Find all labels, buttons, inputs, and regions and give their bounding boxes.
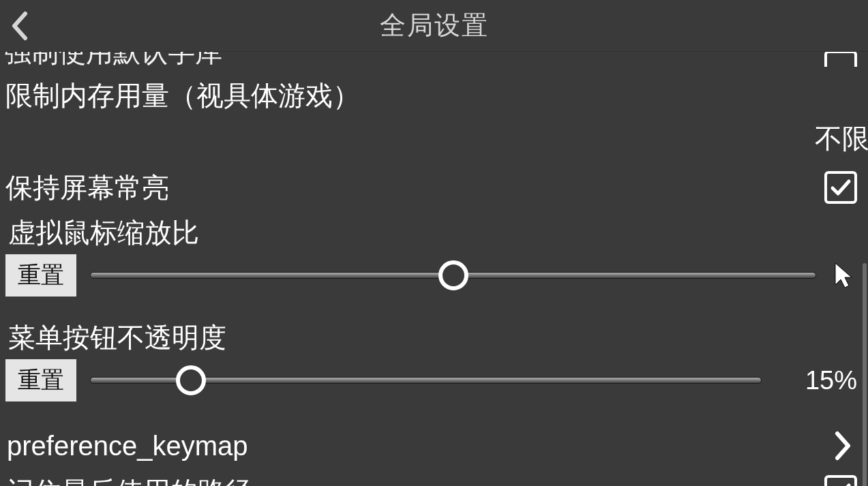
setting-label: 强制使用默认字库	[4, 52, 222, 67]
chevron-right-icon	[835, 431, 852, 461]
reset-button-mouse-scale[interactable]: 重置	[5, 254, 76, 297]
mouse-scale-controls: 重置	[0, 254, 868, 297]
setting-label-mouse-scale: 虚拟鼠标缩放比	[0, 216, 868, 249]
cursor-icon	[833, 262, 854, 289]
check-icon	[829, 176, 852, 199]
keymap-enter-button[interactable]	[830, 429, 857, 463]
setting-label-keep-screen-on: 保持屏幕常亮	[1, 171, 169, 204]
scrollbar-indicator[interactable]	[863, 263, 867, 486]
setting-label-menu-opacity: 菜单按钮不透明度	[0, 321, 868, 354]
slider-menu-opacity[interactable]	[90, 365, 762, 395]
reset-button-menu-opacity[interactable]: 重置	[5, 359, 76, 401]
svg-marker-0	[835, 263, 852, 288]
memory-limit-value: 不限	[815, 120, 868, 157]
slider-thumb[interactable]	[438, 260, 468, 290]
page-title: 全局设置	[380, 8, 489, 43]
cursor-preview-icon	[830, 262, 857, 289]
setting-row-remember-last-path[interactable]: 记住最后使用的路径	[0, 475, 868, 486]
setting-row-keep-screen-on[interactable]: 保持屏幕常亮	[0, 171, 868, 204]
settings-list[interactable]: 强制使用默认字库 限制内存用量（视具体游戏） 不限 保持屏幕常亮 虚拟鼠标缩放比…	[0, 52, 868, 486]
setting-row-mouse-scale: 虚拟鼠标缩放比 重置	[0, 216, 868, 297]
menu-opacity-controls: 重置 15%	[0, 359, 868, 401]
checkbox-remember-last-path[interactable]	[824, 475, 857, 486]
setting-row-menu-opacity: 菜单按钮不透明度 重置 15%	[0, 321, 868, 401]
setting-row-keymap[interactable]: preference_keymap	[0, 429, 868, 463]
setting-label-remember-last-path: 记住最后使用的路径	[3, 475, 252, 486]
back-button[interactable]	[5, 9, 33, 43]
chevron-left-icon	[10, 11, 28, 41]
check-icon	[829, 480, 852, 486]
setting-label-keymap: preference_keymap	[3, 429, 248, 462]
setting-label-memory-limit: 限制内存用量（视具体游戏）	[1, 79, 868, 112]
checkbox-keep-screen-on[interactable]	[824, 171, 857, 204]
slider-mouse-scale[interactable]	[90, 260, 816, 290]
slider-thumb[interactable]	[176, 365, 206, 395]
setting-row-force-default-font[interactable]: 强制使用默认字库	[0, 52, 868, 67]
setting-row-memory-limit[interactable]: 限制内存用量（视具体游戏）	[0, 79, 868, 112]
header-bar: 全局设置	[0, 0, 868, 52]
memory-limit-value-row: 不限	[0, 120, 868, 157]
menu-opacity-value: 15%	[796, 366, 857, 395]
checkbox-force-default-font[interactable]	[824, 52, 857, 67]
